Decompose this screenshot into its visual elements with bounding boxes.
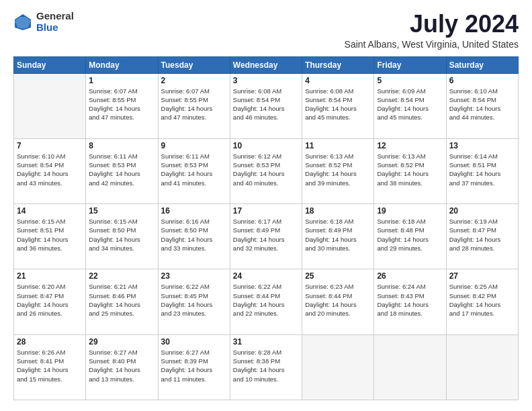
calendar-cell: 7Sunrise: 6:10 AM Sunset: 8:54 PM Daylig… <box>14 138 86 203</box>
day-number: 10 <box>233 141 299 150</box>
day-info: Sunrise: 6:07 AM Sunset: 8:55 PM Dayligh… <box>161 87 227 122</box>
day-info: Sunrise: 6:25 AM Sunset: 8:42 PM Dayligh… <box>449 282 515 318</box>
logo-icon <box>13 13 32 32</box>
week-row-3: 21Sunrise: 6:20 AM Sunset: 8:47 PM Dayli… <box>14 269 519 334</box>
day-info: Sunrise: 6:11 AM Sunset: 8:53 PM Dayligh… <box>89 152 154 187</box>
day-number: 17 <box>233 206 299 216</box>
day-info: Sunrise: 6:10 AM Sunset: 8:54 PM Dayligh… <box>17 152 83 187</box>
calendar-cell: 25Sunrise: 6:23 AM Sunset: 8:44 PM Dayli… <box>302 269 374 334</box>
calendar-cell: 14Sunrise: 6:15 AM Sunset: 8:51 PM Dayli… <box>14 204 86 269</box>
day-number: 15 <box>89 206 154 216</box>
day-number: 5 <box>377 76 443 85</box>
col-monday: Monday <box>86 56 158 73</box>
day-info: Sunrise: 6:08 AM Sunset: 8:54 PM Dayligh… <box>305 87 371 122</box>
day-number: 9 <box>161 141 227 150</box>
day-number: 19 <box>377 206 443 216</box>
day-number: 31 <box>233 337 299 347</box>
day-number: 13 <box>449 141 515 150</box>
calendar-cell: 16Sunrise: 6:16 AM Sunset: 8:50 PM Dayli… <box>158 204 230 269</box>
col-saturday: Saturday <box>446 56 518 73</box>
calendar-cell: 13Sunrise: 6:14 AM Sunset: 8:51 PM Dayli… <box>446 138 518 203</box>
day-info: Sunrise: 6:13 AM Sunset: 8:52 PM Dayligh… <box>305 152 371 187</box>
calendar-cell: 21Sunrise: 6:20 AM Sunset: 8:47 PM Dayli… <box>14 269 86 334</box>
day-number: 2 <box>161 76 227 85</box>
calendar-cell: 15Sunrise: 6:15 AM Sunset: 8:50 PM Dayli… <box>86 204 158 269</box>
calendar-cell <box>14 73 86 138</box>
day-number: 16 <box>161 206 227 216</box>
day-info: Sunrise: 6:18 AM Sunset: 8:49 PM Dayligh… <box>305 217 371 253</box>
day-info: Sunrise: 6:20 AM Sunset: 8:47 PM Dayligh… <box>17 282 83 318</box>
day-number: 7 <box>17 141 83 150</box>
calendar-cell: 22Sunrise: 6:21 AM Sunset: 8:46 PM Dayli… <box>86 269 158 334</box>
calendar-cell: 31Sunrise: 6:28 AM Sunset: 8:38 PM Dayli… <box>230 334 302 400</box>
calendar-cell <box>302 334 374 400</box>
day-info: Sunrise: 6:13 AM Sunset: 8:52 PM Dayligh… <box>377 152 443 187</box>
calendar-cell <box>374 334 446 400</box>
day-info: Sunrise: 6:24 AM Sunset: 8:43 PM Dayligh… <box>377 282 443 318</box>
day-number: 26 <box>377 271 443 281</box>
calendar-cell: 5Sunrise: 6:09 AM Sunset: 8:54 PM Daylig… <box>374 73 446 138</box>
logo-text: General Blue <box>36 11 74 33</box>
day-info: Sunrise: 6:07 AM Sunset: 8:55 PM Dayligh… <box>89 87 154 122</box>
calendar-cell: 27Sunrise: 6:25 AM Sunset: 8:42 PM Dayli… <box>446 269 518 334</box>
day-number: 29 <box>89 337 154 347</box>
calendar-cell: 18Sunrise: 6:18 AM Sunset: 8:49 PM Dayli… <box>302 204 374 269</box>
day-number: 6 <box>449 76 515 85</box>
day-number: 14 <box>17 206 83 216</box>
day-info: Sunrise: 6:14 AM Sunset: 8:51 PM Dayligh… <box>449 152 515 187</box>
calendar-cell: 24Sunrise: 6:22 AM Sunset: 8:44 PM Dayli… <box>230 269 302 334</box>
calendar-table: Sunday Monday Tuesday Wednesday Thursday… <box>13 56 519 400</box>
day-info: Sunrise: 6:10 AM Sunset: 8:54 PM Dayligh… <box>449 87 515 122</box>
day-number: 22 <box>89 271 154 281</box>
month-year-title: July 2024 <box>345 11 519 38</box>
calendar-cell: 3Sunrise: 6:08 AM Sunset: 8:54 PM Daylig… <box>230 73 302 138</box>
week-row-4: 28Sunrise: 6:26 AM Sunset: 8:41 PM Dayli… <box>14 334 519 400</box>
week-row-0: 1Sunrise: 6:07 AM Sunset: 8:55 PM Daylig… <box>14 73 519 138</box>
col-friday: Friday <box>374 56 446 73</box>
calendar-cell: 28Sunrise: 6:26 AM Sunset: 8:41 PM Dayli… <box>14 334 86 400</box>
calendar-cell: 23Sunrise: 6:22 AM Sunset: 8:45 PM Dayli… <box>158 269 230 334</box>
week-row-1: 7Sunrise: 6:10 AM Sunset: 8:54 PM Daylig… <box>14 138 519 203</box>
calendar-cell: 4Sunrise: 6:08 AM Sunset: 8:54 PM Daylig… <box>302 73 374 138</box>
day-number: 8 <box>89 141 154 150</box>
col-thursday: Thursday <box>302 56 374 73</box>
title-section: July 2024 Saint Albans, West Virginia, U… <box>345 11 519 50</box>
day-number: 25 <box>305 271 371 281</box>
day-number: 21 <box>17 271 83 281</box>
calendar-cell: 11Sunrise: 6:13 AM Sunset: 8:52 PM Dayli… <box>302 138 374 203</box>
day-info: Sunrise: 6:15 AM Sunset: 8:50 PM Dayligh… <box>89 217 154 253</box>
day-number: 3 <box>233 76 299 85</box>
calendar-cell: 2Sunrise: 6:07 AM Sunset: 8:55 PM Daylig… <box>158 73 230 138</box>
logo-general: General <box>36 11 74 22</box>
day-number: 23 <box>161 271 227 281</box>
day-info: Sunrise: 6:23 AM Sunset: 8:44 PM Dayligh… <box>305 282 371 318</box>
logo-blue: Blue <box>36 22 74 34</box>
day-info: Sunrise: 6:09 AM Sunset: 8:54 PM Dayligh… <box>377 87 443 122</box>
calendar-cell: 9Sunrise: 6:11 AM Sunset: 8:53 PM Daylig… <box>158 138 230 203</box>
col-tuesday: Tuesday <box>158 56 230 73</box>
calendar-cell <box>446 334 518 400</box>
day-number: 12 <box>377 141 443 150</box>
day-number: 18 <box>305 206 371 216</box>
day-number: 4 <box>305 76 371 85</box>
calendar-cell: 10Sunrise: 6:12 AM Sunset: 8:53 PM Dayli… <box>230 138 302 203</box>
day-number: 1 <box>89 76 154 85</box>
page: General Blue July 2024 Saint Albans, Wes… <box>0 0 532 411</box>
day-info: Sunrise: 6:18 AM Sunset: 8:48 PM Dayligh… <box>377 217 443 253</box>
day-info: Sunrise: 6:19 AM Sunset: 8:47 PM Dayligh… <box>449 217 515 253</box>
calendar-cell: 6Sunrise: 6:10 AM Sunset: 8:54 PM Daylig… <box>446 73 518 138</box>
day-info: Sunrise: 6:15 AM Sunset: 8:51 PM Dayligh… <box>17 217 83 253</box>
day-info: Sunrise: 6:22 AM Sunset: 8:44 PM Dayligh… <box>233 282 299 318</box>
calendar-cell: 8Sunrise: 6:11 AM Sunset: 8:53 PM Daylig… <box>86 138 158 203</box>
header: General Blue July 2024 Saint Albans, Wes… <box>13 11 519 50</box>
day-info: Sunrise: 6:16 AM Sunset: 8:50 PM Dayligh… <box>161 217 227 253</box>
day-number: 27 <box>449 271 515 281</box>
calendar-cell: 1Sunrise: 6:07 AM Sunset: 8:55 PM Daylig… <box>86 73 158 138</box>
day-info: Sunrise: 6:21 AM Sunset: 8:46 PM Dayligh… <box>89 282 154 318</box>
day-number: 11 <box>305 141 371 150</box>
day-info: Sunrise: 6:11 AM Sunset: 8:53 PM Dayligh… <box>161 152 227 187</box>
day-number: 28 <box>17 337 83 347</box>
day-info: Sunrise: 6:27 AM Sunset: 8:40 PM Dayligh… <box>89 348 154 383</box>
col-sunday: Sunday <box>14 56 86 73</box>
day-number: 30 <box>161 337 227 347</box>
